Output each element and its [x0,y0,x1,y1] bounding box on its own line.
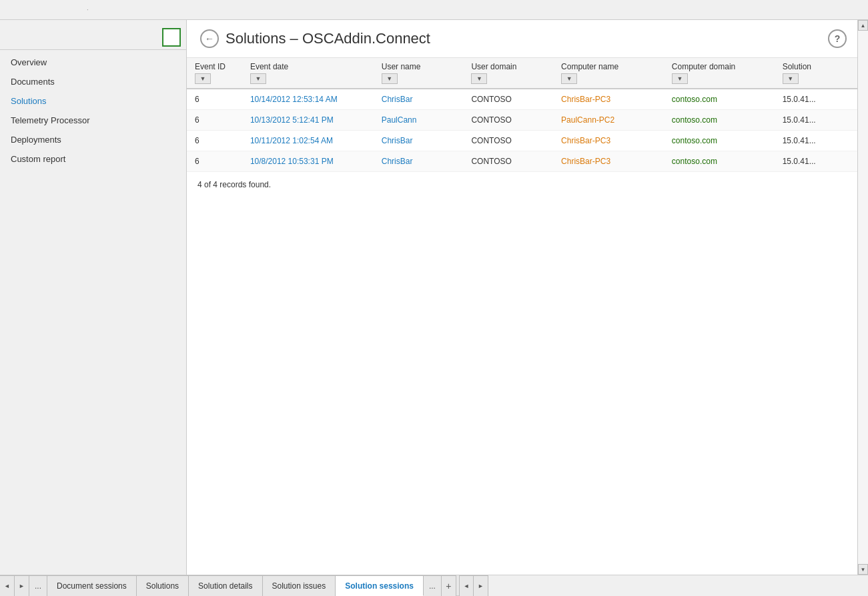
cell-computername[interactable]: ChrisBar-PC3 [553,151,664,172]
tab-nav-next[interactable]: ► [15,575,29,596]
data-table: Event ID ▼Event date ▼User name ▼User do… [187,58,857,172]
app-dot: · [87,6,89,13]
col-label-eventdate: Event date [250,62,366,71]
cell-userdomain: CONTOSO [463,131,553,151]
col-label-userdomain: User domain [471,62,545,71]
cell-userdomain: CONTOSO [463,89,553,110]
col-label-computerdomain: Computer domain [672,62,767,71]
scroll-track [858,31,868,564]
col-header-computerdomain: Computer domain ▼ [664,58,775,89]
cell-solution: 15.0.41... [775,151,857,172]
table-row: 610/13/2012 5:12:41 PMPaulCannCONTOSOPau… [187,110,857,131]
col-header-userdomain: User domain ▼ [463,58,553,89]
sidebar-item-customreport[interactable]: Custom report [0,149,186,169]
col-label-computername: Computer name [561,62,656,71]
cell-solution: 15.0.41... [775,131,857,151]
records-info: 4 of 4 records found. [187,172,857,197]
page-title: Solutions – OSCAddin.Connect [226,30,828,47]
table-row: 610/14/2012 12:53:14 AMChrisBarCONTOSOCh… [187,89,857,110]
tab-solution-issues[interactable]: Solution issues [263,575,336,596]
cell-eventdate[interactable]: 10/13/2012 5:12:41 PM [242,110,374,131]
cell-eventid: 6 [187,89,242,110]
cell-userdomain: CONTOSO [463,110,553,131]
cell-username[interactable]: ChrisBar [374,89,464,110]
tab-document-sessions[interactable]: Document sessions [47,575,137,596]
cell-computerdomain[interactable]: contoso.com [664,131,775,151]
tab-solutions[interactable]: Solutions [137,575,189,596]
col-header-computername: Computer name ▼ [553,58,664,89]
sidebar: OverviewDocumentsSolutionsTelemetry Proc… [0,20,187,575]
table-row: 610/8/2012 10:53:31 PMChrisBarCONTOSOChr… [187,151,857,172]
col-filter-solution[interactable]: ▼ [783,73,799,84]
help-icon: ? [835,33,841,44]
sidebar-checkbox[interactable] [162,28,181,47]
col-filter-userdomain[interactable]: ▼ [471,73,487,84]
cell-eventdate[interactable]: 10/11/2012 1:02:54 AM [242,131,374,151]
col-label-username: User name [382,62,456,71]
col-filter-username[interactable]: ▼ [382,73,398,84]
col-filter-eventid[interactable]: ▼ [195,73,211,84]
tab-solution-details[interactable]: Solution details [189,575,262,596]
bottom-tabs-bar: ◄ ► ... Document sessionsSolutionsSoluti… [0,575,868,596]
right-scrollbar: ▲ ▼ [857,20,868,575]
cell-eventdate[interactable]: 10/14/2012 12:53:14 AM [242,89,374,110]
cell-eventid: 6 [187,110,242,131]
sidebar-item-deployments[interactable]: Deployments [0,130,186,149]
tab-add-button[interactable]: + [442,575,456,596]
col-header-eventid: Event ID ▼ [187,58,242,89]
cell-computerdomain[interactable]: contoso.com [664,89,775,110]
col-label-eventid: Event ID [195,62,234,71]
cell-solution: 15.0.41... [775,110,857,131]
tab-nav-prev[interactable]: ◄ [0,575,15,596]
sidebar-item-overview[interactable]: Overview [0,53,186,72]
scroll-down-button[interactable]: ▼ [858,564,868,575]
cell-eventdate[interactable]: 10/8/2012 10:53:31 PM [242,151,374,172]
col-header-solution: Solution ▼ [775,58,857,89]
table-row: 610/11/2012 1:02:54 AMChrisBarCONTOSOChr… [187,131,857,151]
cell-computerdomain[interactable]: contoso.com [664,110,775,131]
cell-username[interactable]: PaulCann [374,110,464,131]
cell-computerdomain[interactable]: contoso.com [664,151,775,172]
cell-userdomain: CONTOSO [463,151,553,172]
tab-solution-sessions[interactable]: Solution sessions [336,575,424,596]
content-area: ← Solutions – OSCAddin.Connect ? [187,20,857,575]
col-filter-computerdomain[interactable]: ▼ [672,73,688,84]
col-filter-eventdate[interactable]: ▼ [250,73,266,84]
tab-ellipsis-left[interactable]: ... [29,575,47,596]
sheet-scroll-right[interactable]: ► [474,575,488,596]
col-label-solution: Solution [783,62,849,71]
content-header: ← Solutions – OSCAddin.Connect ? [187,20,857,58]
back-button[interactable]: ← [200,29,219,48]
table-container: Event ID ▼Event date ▼User name ▼User do… [187,58,857,575]
top-bar: · [0,0,868,20]
cell-computername[interactable]: PaulCann-PC2 [553,110,664,131]
sidebar-item-solutions[interactable]: Solutions [0,91,186,111]
help-button[interactable]: ? [828,29,847,48]
cell-computername[interactable]: ChrisBar-PC3 [553,131,664,151]
sheet-scroll-left[interactable]: ◄ [459,575,474,596]
cell-username[interactable]: ChrisBar [374,131,464,151]
col-filter-computername[interactable]: ▼ [561,73,577,84]
sidebar-item-documents[interactable]: Documents [0,72,186,91]
scroll-up-button[interactable]: ▲ [858,20,868,31]
back-icon: ← [205,33,214,44]
cell-username[interactable]: ChrisBar [374,151,464,172]
sidebar-item-telemetry[interactable]: Telemetry Processor [0,111,186,130]
tab-ellipsis-right[interactable]: ... [424,575,442,596]
cell-computername[interactable]: ChrisBar-PC3 [553,89,664,110]
col-header-username: User name ▼ [374,58,464,89]
col-header-eventdate: Event date ▼ [242,58,374,89]
cell-solution: 15.0.41... [775,89,857,110]
cell-eventid: 6 [187,131,242,151]
cell-eventid: 6 [187,151,242,172]
